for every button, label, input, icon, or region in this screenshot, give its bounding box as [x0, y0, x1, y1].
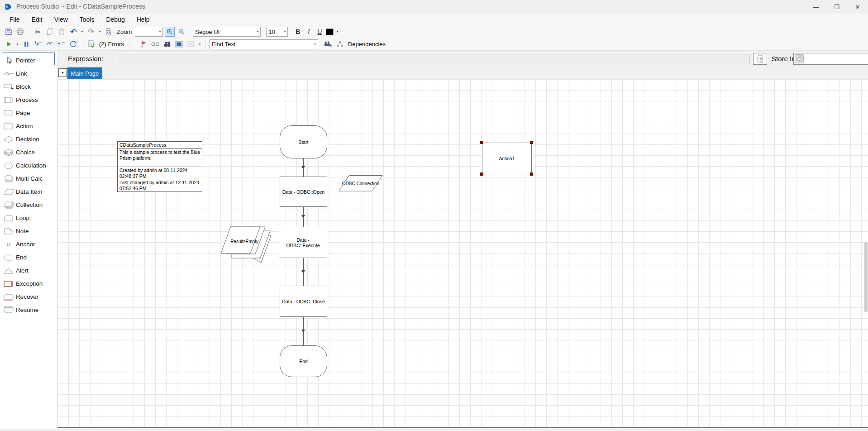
expression-bar: Expression: Store In:	[57, 51, 868, 67]
node-odbc-execute[interactable]: Data - ODBC::Execute	[279, 227, 327, 258]
full-view-icon[interactable]	[174, 39, 184, 49]
find-next-icon[interactable]	[323, 39, 333, 49]
selection-handle[interactable]	[530, 141, 533, 144]
errors-count-label[interactable]: (2) Errors	[98, 41, 125, 48]
data-item-odbc-connection[interactable]: ODBC Connection	[339, 175, 383, 192]
zoom-in-button[interactable]	[165, 27, 175, 37]
zoom-label: Zoom	[115, 29, 133, 35]
tool-page[interactable]: Page	[0, 106, 57, 120]
selection-handle[interactable]	[480, 172, 483, 176]
tool-data-item[interactable]: Data Item	[0, 185, 57, 198]
step-out-button[interactable]	[57, 39, 67, 49]
tool-anchor[interactable]: Anchor	[0, 238, 57, 251]
play-dropdown[interactable]: ▾	[15, 43, 19, 46]
node-action1[interactable]: Action1	[482, 143, 532, 174]
collection-results[interactable]: ResultsEmpty	[219, 225, 273, 263]
dependencies-label[interactable]: Dependencies	[347, 41, 387, 48]
tool-end[interactable]: End	[0, 251, 57, 264]
selection-area-icon[interactable]	[186, 39, 196, 49]
undo-dropdown[interactable]: ▾	[80, 30, 84, 34]
print-button[interactable]	[15, 27, 25, 37]
page-list-dropdown[interactable]: ▼	[58, 68, 67, 77]
zoom-combo[interactable]: ▾	[135, 27, 163, 37]
undo-button[interactable]: ↶	[68, 27, 78, 37]
block-icon	[3, 83, 15, 91]
tool-choice[interactable]: Choice	[0, 146, 57, 159]
tool-pointer[interactable]: Pointer	[0, 54, 57, 67]
play-button[interactable]	[4, 39, 14, 49]
tool-action[interactable]: Action	[0, 120, 57, 133]
menu-file[interactable]: File	[4, 14, 26, 25]
tool-block[interactable]: Block	[0, 80, 57, 93]
tool-link[interactable]: Link	[0, 67, 57, 80]
tool-alert[interactable]: Alert	[0, 264, 57, 277]
find-text-combo[interactable]: Find Text▾	[210, 39, 318, 49]
save-button[interactable]	[4, 27, 14, 37]
zoom-out-button[interactable]	[176, 27, 186, 37]
expression-builder-button[interactable]	[753, 53, 767, 65]
tool-process[interactable]: Process	[0, 93, 57, 106]
store-in-input[interactable]	[793, 53, 868, 65]
page-icon	[3, 109, 15, 117]
process-info-box[interactable]: CDataSampleProcess This a sample process…	[117, 141, 202, 192]
process-info-description: This a sample process to test the Blue P…	[118, 149, 202, 167]
node-end[interactable]: End	[280, 345, 327, 377]
menu-help[interactable]: Help	[131, 14, 156, 25]
tool-multi-calc[interactable]: Multi Calc	[0, 172, 57, 185]
exception-icon	[3, 280, 15, 288]
step-in-button[interactable]	[33, 39, 43, 49]
selection-handle[interactable]	[530, 172, 533, 176]
tool-collection[interactable]: Collection	[0, 198, 57, 211]
dependencies-icon[interactable]	[335, 39, 345, 49]
menu-view[interactable]: View	[48, 14, 74, 25]
pause-button[interactable]	[21, 39, 31, 49]
close-button[interactable]: ✕	[847, 0, 868, 14]
calculator-icon	[757, 55, 763, 62]
choice-icon	[3, 148, 15, 157]
italic-button[interactable]: I	[304, 28, 313, 35]
tool-note[interactable]: Note	[0, 225, 57, 238]
underline-button[interactable]: U	[315, 28, 324, 35]
node-odbc-open[interactable]: Data - ODBC::Open	[280, 177, 327, 207]
validate-errors-icon[interactable]	[86, 39, 96, 49]
selection-dropdown[interactable]: ▾	[198, 43, 202, 46]
paste-button[interactable]	[57, 27, 67, 37]
redo-dropdown[interactable]: ▾	[98, 30, 102, 34]
arrowhead	[301, 270, 305, 273]
font-name-combo[interactable]: Segoe UI▾	[193, 27, 261, 37]
expression-label: Expression:	[68, 55, 103, 62]
find-text-value: Find Text	[212, 41, 236, 48]
minimize-button[interactable]: —	[806, 0, 826, 14]
font-size-combo[interactable]: 10▾	[266, 27, 288, 37]
node-odbc-close[interactable]: Data - ODBC::Close	[280, 286, 327, 317]
menu-debug[interactable]: Debug	[100, 14, 130, 25]
process-icon	[3, 96, 15, 104]
menu-tools[interactable]: Tools	[74, 14, 100, 25]
tool-decision[interactable]: Decision	[0, 133, 57, 146]
tool-resume[interactable]: Resume	[0, 303, 57, 316]
tool-calculation[interactable]: Calculation	[0, 159, 57, 172]
menu-edit[interactable]: Edit	[26, 14, 48, 25]
breakpoint-flag-icon[interactable]	[139, 39, 149, 49]
cut-button[interactable]: ✂	[33, 27, 43, 37]
watch-goggles-icon[interactable]	[151, 39, 161, 49]
tool-recover[interactable]: Recover	[0, 290, 57, 303]
process-canvas[interactable]: CDataSampleProcess This a sample process…	[57, 79, 868, 428]
font-color-dropdown[interactable]: ▾	[335, 30, 339, 34]
expression-input[interactable]	[117, 54, 749, 64]
reset-button[interactable]	[68, 39, 78, 49]
redo-button[interactable]: ↷	[86, 27, 96, 37]
tool-loop[interactable]: Loop	[0, 211, 57, 225]
tool-exception[interactable]: Exception	[0, 277, 57, 290]
node-start[interactable]: Start	[280, 125, 327, 158]
action-icon	[3, 122, 15, 130]
copy-button[interactable]	[45, 27, 55, 37]
step-over-button[interactable]	[45, 39, 55, 49]
tab-main-page[interactable]: Main Page	[67, 67, 102, 79]
search-binoculars-icon[interactable]	[162, 39, 172, 49]
font-color-swatch[interactable]	[326, 29, 334, 35]
maximize-button[interactable]: ❐	[826, 0, 847, 14]
selection-handle[interactable]	[480, 141, 483, 144]
bold-button[interactable]: B	[293, 28, 302, 35]
canvas-vertical-scrollbar[interactable]	[864, 242, 868, 312]
